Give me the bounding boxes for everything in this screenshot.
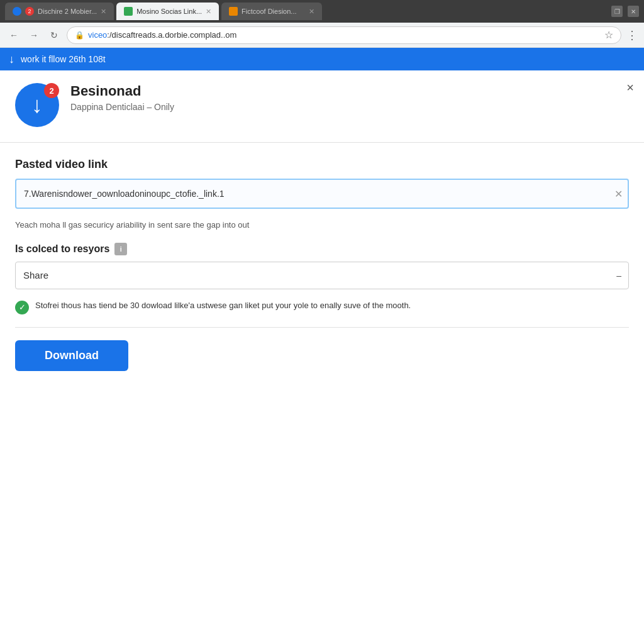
menu-button[interactable]: ⋮	[626, 28, 638, 42]
input-clear-button[interactable]: ✕	[614, 188, 623, 200]
check-icon: ✓	[15, 301, 29, 314]
url-rest: :/discaftreads.a.dorbie.complad..om	[107, 30, 236, 40]
tab-2[interactable]: Mosino Socias Link... ✕	[116, 3, 219, 20]
back-button[interactable]: ←	[6, 28, 21, 43]
extension-title: Besinonad	[70, 83, 629, 99]
format-select[interactable]: Share MP4 HD MP4 SD MP3	[15, 262, 629, 289]
extension-arrow-icon: ↓	[31, 92, 43, 118]
title-bar: 2 Dischire 2 Mobier... ✕ Mosino Socias L…	[0, 0, 644, 23]
tab-favicon-3	[229, 7, 238, 16]
browser-chrome: 2 Dischire 2 Mobier... ✕ Mosino Socias L…	[0, 0, 644, 70]
video-link-input[interactable]	[15, 179, 629, 209]
download-toolbar: ↓ work it fllow 26th 108t	[0, 48, 644, 70]
notice-text: Stofrei thous has tiend be 30 dowload li…	[35, 299, 411, 313]
refresh-button[interactable]: ↻	[47, 28, 62, 43]
extension-card: ↓ 2 Besinonad Dappina Denticlaai – Onily…	[0, 70, 644, 143]
divider	[15, 327, 629, 328]
forward-button[interactable]: →	[26, 28, 42, 43]
window-controls: ❐ ✕	[611, 6, 639, 17]
format-select-wrapper: Share MP4 HD MP4 SD MP3 –	[15, 262, 629, 289]
toolbar-label: work it fllow 26th 108t	[21, 54, 106, 64]
tab-label-3: Fictcoof Diesion...	[242, 8, 305, 15]
restore-button[interactable]: ❐	[611, 6, 623, 17]
tab-favicon-2	[124, 7, 133, 16]
extension-badge: 2	[44, 83, 59, 98]
address-bar: ← → ↻ 🔒 viceo:/discaftreads.a.dorbie.com…	[0, 23, 644, 48]
video-link-section-label: Pasted video link	[15, 158, 629, 171]
format-section-text: Is colced to resyors	[15, 243, 109, 255]
tab-label-1: Dischire 2 Mobier...	[38, 8, 97, 15]
url-bar[interactable]: 🔒 viceo:/discaftreads.a.dorbie.complad..…	[67, 26, 621, 44]
extension-close-button[interactable]: ×	[626, 80, 634, 95]
tab-favicon-1	[13, 7, 21, 16]
lock-icon: 🔒	[75, 31, 84, 40]
page-content: ↓ 2 Besinonad Dappina Denticlaai – Onily…	[0, 70, 644, 644]
extension-icon-wrap: ↓ 2	[15, 83, 59, 127]
extension-info: Besinonad Dappina Denticlaai – Onily	[70, 83, 629, 112]
helper-text: Yeach moha ll gas securicy ariability in…	[15, 219, 629, 231]
tab-close-2[interactable]: ✕	[206, 8, 211, 16]
tab-close-1[interactable]: ✕	[101, 8, 106, 16]
format-info-icon[interactable]: i	[114, 243, 127, 255]
close-button[interactable]: ✕	[628, 6, 639, 17]
url-highlight: viceo	[88, 30, 107, 40]
bookmark-icon[interactable]: ☆	[604, 29, 613, 41]
notice-row: ✓ Stofrei thous has tiend be 30 dowload …	[15, 299, 629, 314]
tab-1[interactable]: 2 Dischire 2 Mobier... ✕	[5, 3, 114, 20]
url-text: viceo:/discaftreads.a.dorbie.complad..om	[88, 30, 236, 40]
form-area: Pasted video link ✕ Yeach moha ll gas se…	[0, 143, 644, 386]
toolbar-arrow-icon: ↓	[9, 53, 14, 66]
tab-close-3[interactable]: ✕	[309, 8, 314, 16]
tab-label-2: Mosino Socias Link...	[136, 8, 202, 15]
format-section-label: Is colced to resyors i	[15, 243, 629, 255]
video-link-input-wrapper: ✕	[15, 179, 629, 209]
tab-3[interactable]: Fictcoof Diesion... ✕	[221, 3, 322, 20]
tab-badge-1: 2	[25, 7, 34, 16]
extension-subtitle: Dappina Denticlaai – Onily	[70, 102, 629, 112]
download-button[interactable]: Download	[15, 340, 128, 371]
